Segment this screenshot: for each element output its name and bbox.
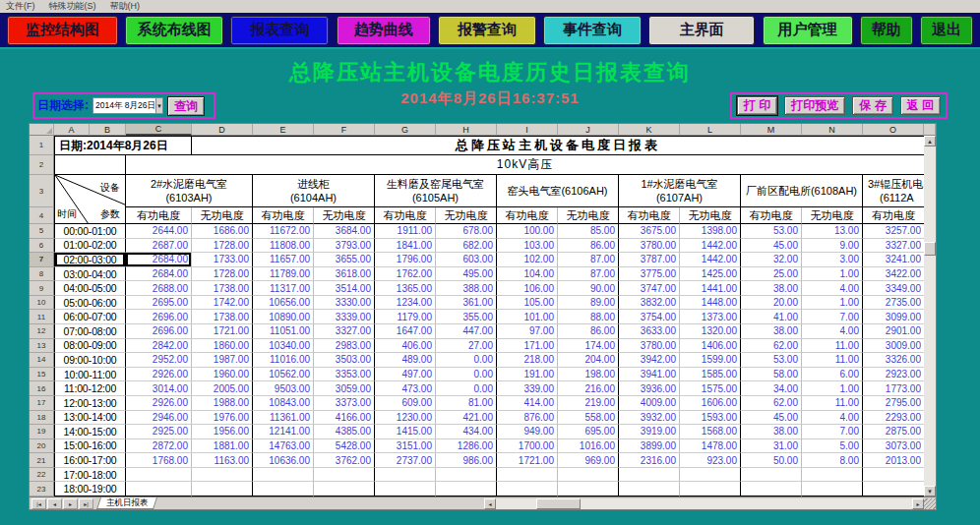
cell-E6[interactable]: 11808.00	[253, 239, 314, 254]
col-header-G[interactable]: G	[375, 124, 436, 136]
cell-L17[interactable]: 1606.00	[680, 396, 741, 411]
cell-K8[interactable]: 3775.00	[619, 267, 680, 282]
measure-header-E[interactable]: 有功电度	[253, 207, 314, 224]
cell-K23[interactable]	[619, 482, 680, 496]
cell-A19-time[interactable]: 14:00-15:00	[54, 425, 126, 439]
cell-C17[interactable]: 2926.00	[126, 396, 192, 411]
measure-header-F[interactable]: 无功电度	[314, 207, 375, 224]
measure-header-G[interactable]: 有功电度	[375, 207, 436, 224]
cell-L9[interactable]: 1441.00	[680, 281, 741, 296]
col-header-O[interactable]: O	[863, 124, 924, 136]
cell-A11-time[interactable]: 06:00-07:00	[54, 310, 126, 324]
col-header-L[interactable]: L	[680, 124, 741, 136]
cell-J8[interactable]: 87.00	[558, 267, 619, 282]
row-header-9[interactable]: 9	[30, 281, 54, 296]
measure-header-K[interactable]: 有功电度	[619, 207, 680, 224]
cell-J18[interactable]: 558.00	[558, 411, 619, 426]
cell-F21[interactable]: 3762.00	[314, 453, 375, 468]
cell-H12[interactable]: 447.00	[436, 324, 497, 339]
cell-F16[interactable]: 3059.00	[314, 381, 375, 396]
cell-H6[interactable]: 682.00	[436, 239, 497, 254]
cell-I21[interactable]: 1721.00	[497, 453, 558, 468]
cell-C18[interactable]: 2946.00	[126, 411, 192, 426]
print-button[interactable]: 打 印	[737, 96, 777, 115]
col-header-C[interactable]: C	[126, 124, 192, 136]
cell-E13[interactable]: 10340.00	[253, 339, 314, 354]
cell-O22[interactable]	[863, 468, 924, 483]
cell-M14[interactable]: 53.00	[741, 353, 802, 368]
cell-K18[interactable]: 3932.00	[619, 411, 680, 426]
cell-A7-time[interactable]: 02:00-03:00	[54, 253, 126, 267]
cell-M23[interactable]	[741, 482, 802, 496]
cell-C21[interactable]: 1768.00	[126, 453, 192, 468]
sheet-tab[interactable]: 主机日报表	[96, 497, 157, 509]
cell-I20[interactable]: 1700.00	[497, 439, 558, 454]
row-header-3[interactable]: 3	[30, 175, 54, 207]
cell-G11[interactable]: 1179.00	[375, 310, 436, 324]
cell-A21-time[interactable]: 16:00-17:00	[54, 453, 126, 468]
row-header-17[interactable]: 17	[30, 396, 54, 411]
cell-H23[interactable]	[436, 482, 497, 496]
cell-D22[interactable]	[192, 468, 253, 483]
cell-G9[interactable]: 1365.00	[375, 281, 436, 296]
cell-N7[interactable]: 3.00	[802, 253, 863, 267]
cell-E12[interactable]: 11051.00	[253, 324, 314, 339]
cell-M15[interactable]: 58.00	[741, 368, 802, 382]
cell-F11[interactable]: 3339.00	[314, 310, 375, 324]
cell-D21[interactable]: 1163.00	[192, 453, 253, 468]
cell-E20[interactable]: 14763.00	[253, 439, 314, 454]
cell-L23[interactable]	[680, 482, 741, 496]
cell-A14-time[interactable]: 09:00-10:00	[54, 353, 126, 368]
cell-M19[interactable]: 38.00	[741, 425, 802, 439]
measure-header-H[interactable]: 无功电度	[436, 207, 497, 224]
cell-C5[interactable]: 2644.00	[126, 224, 192, 239]
col-header-K[interactable]: K	[619, 124, 680, 136]
cell-G19[interactable]: 1415.00	[375, 425, 436, 439]
row-header-19[interactable]: 19	[30, 425, 54, 439]
cell-H7[interactable]: 603.00	[436, 253, 497, 267]
cell-J6[interactable]: 86.00	[558, 239, 619, 254]
scroll-down-icon[interactable]: ▼	[924, 486, 936, 496]
cell-I13[interactable]: 171.00	[497, 339, 558, 354]
cell-D23[interactable]	[192, 482, 253, 496]
cell-E9[interactable]: 11317.00	[253, 281, 314, 296]
cell-J12[interactable]: 86.00	[558, 324, 619, 339]
cell-K6[interactable]: 3780.00	[619, 239, 680, 254]
cell-H19[interactable]: 434.00	[436, 425, 497, 439]
cell-O7[interactable]: 3241.00	[863, 253, 924, 267]
cell-A5-time[interactable]: 00:00-01:00	[54, 224, 126, 239]
cell-N22[interactable]	[802, 468, 863, 483]
row-header-22[interactable]: 22	[30, 468, 54, 483]
col-header-D[interactable]: D	[192, 124, 253, 136]
cell-D7[interactable]: 1733.00	[192, 253, 253, 267]
col-header-M[interactable]: M	[741, 124, 802, 136]
cell-G12[interactable]: 1647.00	[375, 324, 436, 339]
cell-I15[interactable]: 191.00	[497, 368, 558, 382]
cell-J17[interactable]: 219.00	[558, 396, 619, 411]
cell-D9[interactable]: 1738.00	[192, 281, 253, 296]
cell-D15[interactable]: 1960.00	[192, 368, 253, 382]
cell-M22[interactable]	[741, 468, 802, 483]
cell-C8[interactable]: 2684.00	[126, 267, 192, 282]
nav-button-help[interactable]: 帮助	[860, 16, 913, 45]
row-header-13[interactable]: 13	[30, 339, 54, 354]
cell-A18-time[interactable]: 13:00-14:00	[54, 411, 126, 426]
tab-nav-prev-icon[interactable]: ◂	[47, 498, 62, 509]
vertical-scrollbar[interactable]	[924, 136, 936, 496]
col-header-F[interactable]: F	[314, 124, 375, 136]
cell-H8[interactable]: 495.00	[436, 267, 497, 282]
cell-K7[interactable]: 3787.00	[619, 253, 680, 267]
cell-C11[interactable]: 2696.00	[126, 310, 192, 324]
cell-I18[interactable]: 876.00	[497, 411, 558, 426]
cell-C23[interactable]	[126, 482, 192, 496]
cell-G17[interactable]: 609.00	[375, 396, 436, 411]
nav-button-trend-curve[interactable]: 趋势曲线	[337, 16, 431, 45]
cell-A6-time[interactable]: 01:00-02:00	[54, 239, 126, 254]
cell-F13[interactable]: 2983.00	[314, 339, 375, 354]
cell-E22[interactable]	[253, 468, 314, 483]
menu-item-special-functions[interactable]: 特殊功能(S)	[49, 0, 96, 13]
menu-item-help[interactable]: 帮助(H)	[110, 0, 141, 13]
cell-G10[interactable]: 1234.00	[375, 296, 436, 311]
cell-C12[interactable]: 2696.00	[126, 324, 192, 339]
cell-J14[interactable]: 204.00	[558, 353, 619, 368]
